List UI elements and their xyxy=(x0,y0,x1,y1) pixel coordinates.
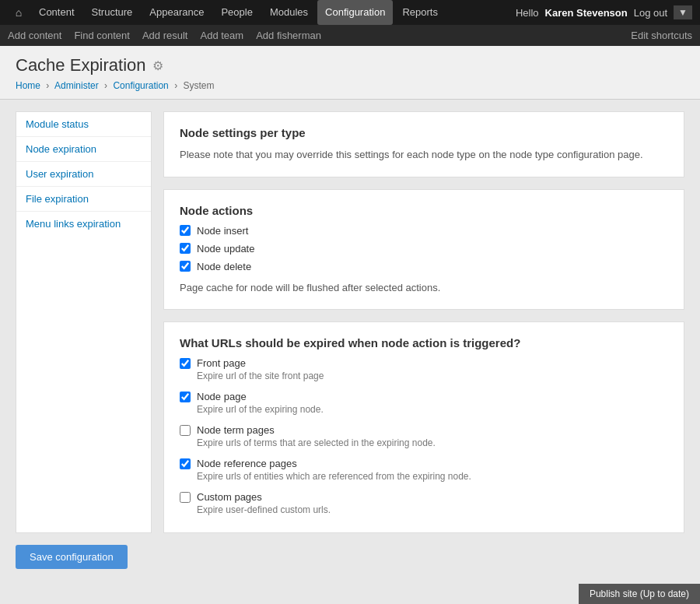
top-nav-left: ⌂ Content Structure Appearance People Mo… xyxy=(8,0,446,25)
node-page-label: Node page xyxy=(197,391,247,402)
node-insert-label: Node insert xyxy=(197,225,248,237)
node-actions-hint: Page cache for node will be flushed afte… xyxy=(180,280,668,296)
sidebar-item-user-expiration[interactable]: User expiration xyxy=(16,162,151,187)
greeting-text: Hello xyxy=(516,7,539,19)
sidebar-item-node-expiration[interactable]: Node expiration xyxy=(16,137,151,162)
nav-configuration[interactable]: Configuration xyxy=(317,0,393,25)
url-expiration-checkboxes: Front page Expire url of the site front … xyxy=(180,357,668,518)
node-page-checkbox[interactable] xyxy=(180,392,191,402)
node-term-pages-checkbox[interactable] xyxy=(180,425,191,436)
node-delete-row: Node delete xyxy=(180,261,668,272)
custom-pages-checkbox[interactable] xyxy=(180,492,191,503)
node-insert-checkbox-row: Node insert xyxy=(180,225,668,237)
node-term-pages-label: Node term pages xyxy=(197,424,275,436)
node-reference-pages-row: Node reference pages Expire urls of enti… xyxy=(180,458,668,485)
nav-modules[interactable]: Modules xyxy=(262,0,316,25)
front-page-desc: Expire url of the site front page xyxy=(197,370,668,381)
username: Karen Stevenson xyxy=(545,7,628,19)
page-title-row: Cache Expiration ⚙ xyxy=(16,55,684,76)
node-settings-card: Node settings per type Please note that … xyxy=(163,111,684,177)
node-page-row: Node page Expire url of the expiring nod… xyxy=(180,391,668,418)
node-settings-title: Node settings per type xyxy=(180,126,668,139)
node-update-label: Node update xyxy=(197,243,254,255)
add-team-link[interactable]: Add team xyxy=(200,30,243,41)
find-content-link[interactable]: Find content xyxy=(74,30,130,41)
nav-appearance[interactable]: Appearance xyxy=(142,0,212,25)
front-page-label: Front page xyxy=(197,357,246,369)
node-delete-checkbox[interactable] xyxy=(180,261,191,272)
add-result-link[interactable]: Add result xyxy=(142,30,188,41)
main-content: Module status Node expiration User expir… xyxy=(16,111,684,533)
top-navigation: ⌂ Content Structure Appearance People Mo… xyxy=(0,0,700,25)
home-icon[interactable]: ⌂ xyxy=(8,2,30,23)
nav-structure[interactable]: Structure xyxy=(84,0,141,25)
custom-pages-row: Custom pages Expire user-defined custom … xyxy=(180,491,668,518)
breadcrumb-configuration[interactable]: Configuration xyxy=(113,80,168,91)
node-term-pages-row: Node term pages Expire urls of terms tha… xyxy=(180,424,668,451)
node-actions-checkboxes: Node insert Node update Node delete xyxy=(180,225,668,272)
node-actions-card: Node actions Node insert Node update xyxy=(163,189,684,311)
gear-icon[interactable]: ⚙ xyxy=(152,58,163,73)
content-area: Node settings per type Please note that … xyxy=(163,111,684,533)
logout-link[interactable]: Log out xyxy=(634,7,667,19)
custom-pages-label: Custom pages xyxy=(197,491,262,503)
front-page-row: Front page Expire url of the site front … xyxy=(180,357,668,385)
url-expiration-title: What URLs should be expired when node ac… xyxy=(180,336,668,349)
sidebar-item-module-status[interactable]: Module status xyxy=(16,112,151,137)
add-content-link[interactable]: Add content xyxy=(8,30,61,41)
page-title: Cache Expiration xyxy=(16,55,146,76)
node-reference-pages-checkbox[interactable] xyxy=(180,458,191,469)
breadcrumb-current: System xyxy=(183,80,214,91)
node-reference-pages-label: Node reference pages xyxy=(197,458,297,469)
top-nav-right: Hello Karen Stevenson Log out ▼ xyxy=(516,5,692,19)
sidebar-item-menu-links-expiration[interactable]: Menu links expiration xyxy=(16,212,151,236)
node-delete-label: Node delete xyxy=(197,261,251,272)
front-page-checkbox[interactable] xyxy=(180,358,191,369)
nav-reports[interactable]: Reports xyxy=(394,0,446,25)
add-fisherman-link[interactable]: Add fisherman xyxy=(256,30,321,41)
node-update-row: Node update xyxy=(180,243,668,255)
save-row: Save configuration xyxy=(16,545,684,569)
node-insert-row: Node insert xyxy=(180,225,668,237)
sidebar: Module status Node expiration User expir… xyxy=(16,111,152,533)
breadcrumb-administer[interactable]: Administer xyxy=(54,80,99,91)
secondary-nav-links: Add content Find content Add result Add … xyxy=(8,30,321,41)
node-update-checkbox[interactable] xyxy=(180,243,191,254)
breadcrumb-home[interactable]: Home xyxy=(16,80,40,91)
nav-arrow-button[interactable]: ▼ xyxy=(674,5,692,19)
node-reference-pages-desc: Expire urls of entities which are refere… xyxy=(197,471,668,482)
url-expiration-card: What URLs should be expired when node ac… xyxy=(163,321,684,533)
node-delete-checkbox-row: Node delete xyxy=(180,261,668,272)
node-insert-checkbox[interactable] xyxy=(180,225,191,236)
secondary-navigation: Add content Find content Add result Add … xyxy=(0,25,700,46)
nav-people[interactable]: People xyxy=(213,0,260,25)
node-update-checkbox-row: Node update xyxy=(180,243,668,255)
save-configuration-button[interactable]: Save configuration xyxy=(16,545,128,569)
breadcrumb: Home › Administer › Configuration › Syst… xyxy=(16,80,684,99)
page-header: Cache Expiration ⚙ Home › Administer › C… xyxy=(0,46,700,100)
node-actions-title: Node actions xyxy=(180,204,668,217)
custom-pages-desc: Expire user-defined custom urls. xyxy=(197,504,668,515)
nav-content[interactable]: Content xyxy=(31,0,82,25)
edit-shortcuts-link[interactable]: Edit shortcuts xyxy=(631,30,692,41)
node-page-desc: Expire url of the expiring node. xyxy=(197,404,668,415)
node-term-pages-desc: Expire urls of terms that are selected i… xyxy=(197,437,668,448)
node-settings-description: Please note that you may override this s… xyxy=(180,147,668,163)
sidebar-item-file-expiration[interactable]: File expiration xyxy=(16,187,151,212)
